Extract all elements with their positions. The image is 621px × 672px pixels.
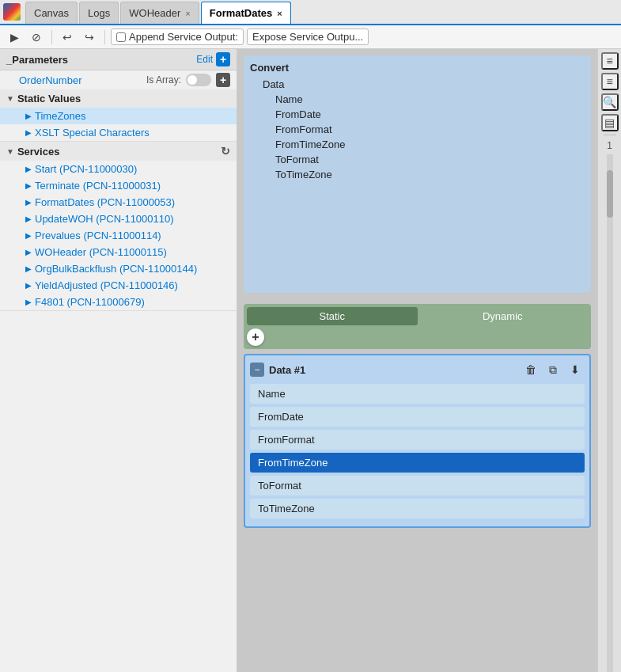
service-item-chevron-5: ▶ — [25, 248, 32, 256]
param-row-order-number[interactable]: OrderNumber Is Array: + — [0, 70, 237, 89]
gutter-align-left-button[interactable]: ≡ — [601, 52, 619, 70]
service-item-label-7: YieldAdjusted (PCN-11000146) — [35, 279, 178, 291]
expose-service-output-label: Expose Service Outpu... — [252, 31, 363, 43]
service-item-chevron-2: ▶ — [25, 198, 32, 207]
service-item-1[interactable]: ▶Terminate (PCN-11000031) — [0, 177, 237, 194]
static-item-1[interactable]: ▶XSLT Special Characters — [0, 124, 237, 141]
service-item-2[interactable]: ▶FormatDates (PCN-11000053) — [0, 194, 237, 211]
static-item-chevron-0: ▶ — [25, 112, 32, 120]
data-field-5[interactable]: ToTimeZone — [250, 499, 585, 518]
service-item-0[interactable]: ▶Start (PCN-11000030) — [0, 161, 237, 177]
tab-close-woheader[interactable]: × — [185, 9, 190, 18]
service-item-label-2: FormatDates (PCN-11000053) — [35, 196, 175, 208]
service-item-chevron-6: ▶ — [25, 264, 32, 273]
static-item-0[interactable]: ▶TimeZones — [0, 108, 237, 124]
toolbar-sep-2 — [104, 30, 105, 44]
tab-bar: CanvasLogsWOHeader×FormatDates× — [0, 0, 621, 25]
data-section: − Data #1 🗑 ⧉ ⬇ NameFromDateFromFormatFr… — [244, 354, 591, 528]
is-array-label: Is Array: — [146, 74, 181, 85]
data-field-0[interactable]: Name — [250, 384, 585, 404]
service-item-chevron-0: ▶ — [25, 165, 32, 173]
right-gutter: ≡ ≡ 🔍 ▤ 1 — [597, 49, 621, 672]
order-number-label: OrderNumber — [19, 74, 81, 86]
append-service-output-area[interactable]: Append Service Output: — [111, 28, 244, 45]
services-header[interactable]: ▼ Services ↻ — [0, 142, 237, 161]
scroll-track[interactable] — [607, 154, 613, 672]
toggle-knob — [187, 75, 197, 85]
services-refresh-button[interactable]: ↻ — [221, 145, 230, 158]
conversion-tree-item-3: FromFormat — [250, 122, 585, 137]
service-item-chevron-4: ▶ — [25, 231, 32, 240]
play-button[interactable]: ▶ — [5, 28, 24, 47]
static-item-label-1: XSLT Special Characters — [35, 127, 150, 139]
tab-close-formatdates[interactable]: × — [277, 9, 282, 18]
static-item-label-0: TimeZones — [35, 110, 86, 122]
data-collapse-button[interactable]: − — [250, 363, 264, 377]
add-static-item-button[interactable]: + — [247, 328, 264, 346]
right-panel: Convert DataNameFromDateFromFormatFromTi… — [237, 49, 597, 672]
tab-woheader[interactable]: WOHeader× — [120, 2, 199, 24]
static-values-section: ▼ Static Values ▶TimeZones▶XSLT Special … — [0, 89, 237, 142]
tab-label-formatdates: FormatDates — [210, 7, 272, 19]
conversion-tree-item-4: FromTimeZone — [250, 137, 585, 152]
tab-static[interactable]: Static — [247, 307, 418, 325]
sidebar: _Parameters Edit + OrderNumber Is Array:… — [0, 49, 237, 672]
data-fields-list: NameFromDateFromFormatFromTimeZoneToForm… — [250, 384, 585, 518]
service-item-7[interactable]: ▶YieldAdjusted (PCN-11000146) — [0, 277, 237, 294]
conversion-title: Convert — [250, 62, 585, 74]
tab-logs[interactable]: Logs — [79, 2, 119, 24]
redo-button[interactable]: ↪ — [80, 28, 99, 47]
download-data-button[interactable]: ⬇ — [566, 360, 585, 379]
service-item-3[interactable]: ▶UpdateWOH (PCN-11000110) — [0, 211, 237, 227]
add-parameter-button[interactable]: + — [216, 52, 230, 66]
copy-data-button[interactable]: ⧉ — [543, 360, 562, 379]
conversion-panel: Convert DataNameFromDateFromFormatFromTi… — [244, 55, 591, 293]
gutter-search-button[interactable]: 🔍 — [601, 93, 619, 111]
tab-formatdates[interactable]: FormatDates× — [201, 2, 291, 24]
data-field-3[interactable]: FromTimeZone — [250, 453, 585, 473]
tab-canvas[interactable]: Canvas — [25, 2, 78, 24]
append-service-output-checkbox[interactable] — [116, 32, 126, 42]
stop-button[interactable]: ⊘ — [27, 28, 46, 47]
is-array-toggle[interactable] — [186, 74, 211, 86]
toolbar: ▶ ⊘ ↩ ↪ Append Service Output: Expose Se… — [0, 25, 621, 49]
service-item-label-6: OrgBulkBackflush (PCN-11000144) — [35, 263, 197, 275]
toolbar-sep-1 — [51, 30, 52, 44]
data-field-2[interactable]: FromFormat — [250, 430, 585, 450]
service-item-label-5: WOHeader (PCN-11000115) — [35, 246, 167, 258]
data-field-4[interactable]: ToFormat — [250, 476, 585, 495]
parameters-title: _Parameters — [6, 54, 68, 66]
service-item-chevron-1: ▶ — [25, 181, 32, 190]
service-item-4[interactable]: ▶Prevalues (PCN-11000114) — [0, 227, 237, 244]
static-values-header[interactable]: ▼ Static Values — [0, 89, 237, 108]
parameters-header: _Parameters Edit + — [0, 49, 237, 70]
edit-button[interactable]: Edit — [196, 54, 213, 65]
app-logo — [3, 3, 21, 21]
service-item-chevron-7: ▶ — [25, 281, 32, 290]
tab-label-canvas: Canvas — [34, 7, 69, 19]
tab-dynamic[interactable]: Dynamic — [418, 307, 589, 325]
service-item-chevron-3: ▶ — [25, 215, 32, 223]
scroll-thumb[interactable] — [607, 170, 613, 218]
static-item-chevron-1: ▶ — [25, 128, 32, 137]
expose-service-output-area[interactable]: Expose Service Outpu... — [247, 28, 369, 45]
add-param-extra-button[interactable]: + — [216, 73, 230, 87]
data-field-1[interactable]: FromDate — [250, 407, 585, 427]
conversion-tree-item-2: FromDate — [250, 107, 585, 122]
conversion-tree-item-0: Data — [250, 77, 585, 92]
services-chevron: ▼ — [6, 147, 14, 156]
gutter-panel-button[interactable]: ▤ — [601, 114, 619, 131]
gutter-align-center-button[interactable]: ≡ — [601, 73, 619, 90]
service-item-6[interactable]: ▶OrgBulkBackflush (PCN-11000144) — [0, 260, 237, 277]
gutter-separator — [604, 135, 616, 135]
main-area: _Parameters Edit + OrderNumber Is Array:… — [0, 49, 621, 672]
tab-label-logs: Logs — [88, 7, 110, 19]
delete-data-button[interactable]: 🗑 — [521, 360, 540, 379]
sd-tabs: Static Dynamic — [247, 307, 588, 325]
service-item-8[interactable]: ▶F4801 (PCN-11000679) — [0, 294, 237, 310]
undo-button[interactable]: ↩ — [58, 28, 77, 47]
static-values-chevron: ▼ — [6, 94, 14, 103]
services-title: Services — [17, 146, 60, 158]
service-item-5[interactable]: ▶WOHeader (PCN-11000115) — [0, 244, 237, 260]
service-item-label-0: Start (PCN-11000030) — [35, 163, 137, 175]
